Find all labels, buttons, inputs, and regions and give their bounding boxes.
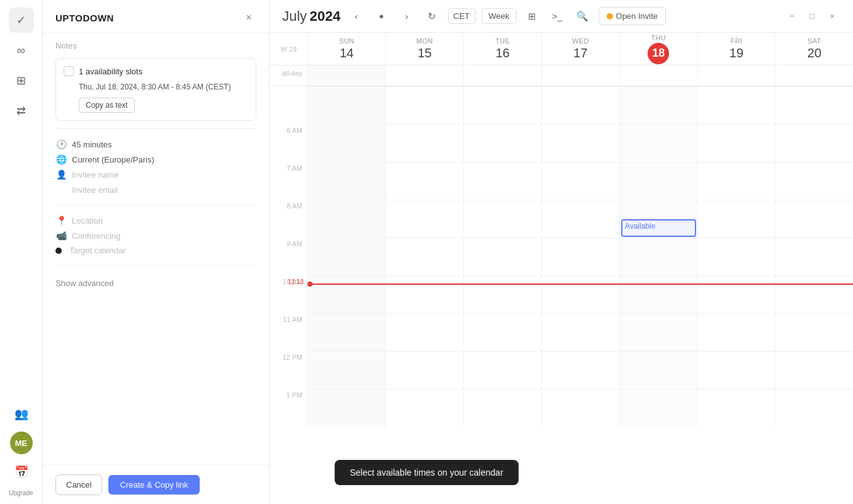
week-view-button[interactable]: Week [482, 8, 517, 24]
grid-cell-row6-col4[interactable] [619, 313, 697, 351]
grid-cell-row2-col5[interactable] [697, 162, 776, 200]
grid-cell-row2-col4[interactable] [619, 162, 697, 200]
grid-cell-row8-col4[interactable] [619, 389, 697, 427]
grid-view-button[interactable]: ⊞ [523, 7, 542, 26]
grid-cell-row0-col1[interactable] [386, 86, 464, 124]
grid-cell-row6-col1[interactable] [386, 313, 464, 351]
invitee-email-input[interactable] [72, 185, 256, 195]
grid-cell-row7-col4[interactable] [619, 351, 697, 389]
grid-cell-row1-col6[interactable] [775, 124, 853, 162]
grid-cell-row5-col4[interactable] [619, 275, 697, 313]
grid-cell-row4-col2[interactable] [463, 238, 541, 275]
timezone-badge[interactable]: CET [448, 8, 476, 24]
invitee-name-input[interactable] [72, 170, 256, 180]
grid-cell-row2-col1[interactable] [386, 162, 464, 200]
grid-cell-row0-col4[interactable] [619, 86, 697, 124]
grid-cell-row6-col3[interactable] [541, 313, 619, 351]
avatar[interactable]: ME [10, 432, 33, 454]
grid-cell-row8-col3[interactable] [541, 389, 619, 427]
grid-cell-row4-col6[interactable] [775, 238, 853, 275]
grid-cell-row8-col2[interactable] [463, 389, 541, 427]
grid-cell-row0-col3[interactable] [541, 86, 619, 124]
grid-cell-row8-col6[interactable] [775, 389, 853, 427]
grid-cell-row0-col5[interactable] [697, 86, 776, 124]
grid-cell-row5-col5[interactable] [697, 275, 776, 313]
invitee-email-row[interactable] [55, 182, 256, 197]
grid-cell-row2-col2[interactable] [463, 162, 541, 200]
grid-cell-row7-col5[interactable] [697, 351, 776, 389]
grid-cell-row0-col0[interactable] [307, 86, 386, 124]
grid-cell-row6-col5[interactable] [697, 313, 776, 351]
grid-cell-row1-col1[interactable] [386, 124, 464, 162]
allday-thu[interactable] [619, 66, 697, 86]
grid-cell-row6-col2[interactable] [463, 313, 541, 351]
grid-cell-row3-col5[interactable] [697, 200, 776, 238]
allday-sat[interactable] [775, 66, 853, 86]
available-event[interactable]: Available [621, 219, 696, 237]
minimize-button[interactable]: − [784, 8, 800, 25]
grid-cell-row1-col4[interactable] [619, 124, 697, 162]
grid-cell-row1-col3[interactable] [541, 124, 619, 162]
copy-as-text-button[interactable]: Copy as text [79, 98, 135, 113]
availability-checkbox[interactable] [64, 66, 74, 76]
grid-cell-row5-col0[interactable] [307, 275, 386, 313]
grid-cell-row3-col4[interactable]: Available [619, 200, 697, 238]
grid-cell-row3-col2[interactable] [463, 200, 541, 238]
grid-cell-row6-col0[interactable] [307, 313, 386, 351]
show-advanced-link[interactable]: Show advanced [55, 273, 114, 293]
grid-cell-row0-col2[interactable] [463, 86, 541, 124]
sidebar-item-people[interactable]: 👥 [9, 401, 34, 427]
sidebar-item-calendar[interactable]: ⊞ [9, 68, 34, 93]
grid-cell-row7-col1[interactable] [386, 351, 464, 389]
grid-cell-row4-col3[interactable] [541, 238, 619, 275]
grid-cell-row4-col1[interactable] [386, 238, 464, 275]
sidebar-item-calendar2[interactable]: 📅 [9, 459, 34, 484]
grid-cell-row8-col5[interactable] [697, 389, 776, 427]
grid-cell-row5-col2[interactable] [463, 275, 541, 313]
grid-cell-row4-col4[interactable] [619, 238, 697, 275]
grid-cell-row3-col0[interactable] [307, 200, 386, 238]
allday-fri[interactable] [697, 66, 776, 86]
window-close-button[interactable]: × [824, 8, 840, 25]
allday-mon[interactable] [386, 66, 464, 86]
create-copy-button[interactable]: Create & Copy link [108, 475, 199, 495]
grid-cell-row4-col5[interactable] [697, 238, 776, 275]
search-button[interactable]: 🔍 [573, 7, 592, 26]
grid-cell-row5-col6[interactable] [775, 275, 853, 313]
refresh-button[interactable]: ↻ [423, 7, 442, 26]
allday-wed[interactable] [541, 66, 619, 86]
prev-nav-button[interactable]: ‹ [347, 7, 366, 26]
grid-cell-row2-col6[interactable] [775, 162, 853, 200]
allday-tue[interactable] [463, 66, 541, 86]
grid-cell-row4-col0[interactable] [307, 238, 386, 275]
sidebar-item-check[interactable]: ✓ [9, 8, 34, 33]
cancel-button[interactable]: Cancel [55, 474, 102, 495]
grid-cell-row7-col2[interactable] [463, 351, 541, 389]
invitee-name-row[interactable]: 👤 [55, 167, 256, 182]
grid-cell-row3-col6[interactable] [775, 200, 853, 238]
grid-cell-row3-col1[interactable] [386, 200, 464, 238]
grid-cell-row7-col3[interactable] [541, 351, 619, 389]
grid-cell-row5-col1[interactable] [386, 275, 464, 313]
sidebar-item-shuffle[interactable]: ⇄ [9, 98, 34, 123]
sidebar-item-infinity[interactable]: ∞ [9, 38, 34, 63]
terminal-button[interactable]: >_ [548, 7, 567, 26]
grid-cell-row8-col0[interactable] [307, 389, 386, 427]
grid-cell-row6-col6[interactable] [775, 313, 853, 351]
open-invite-button[interactable]: Open Invite [598, 7, 667, 25]
grid-cell-row2-col3[interactable] [541, 162, 619, 200]
maximize-button[interactable]: □ [804, 8, 820, 25]
next-nav-button[interactable]: › [398, 7, 416, 26]
grid-cell-row1-col2[interactable] [463, 124, 541, 162]
grid-cell-row5-col3[interactable] [541, 275, 619, 313]
today-button[interactable]: ● [372, 7, 391, 26]
grid-cell-row2-col0[interactable] [307, 162, 386, 200]
grid-cell-row1-col0[interactable] [307, 124, 386, 162]
grid-cell-row7-col0[interactable] [307, 351, 386, 389]
grid-cell-row7-col6[interactable] [775, 351, 853, 389]
grid-cell-row0-col6[interactable] [775, 86, 853, 124]
grid-cell-row8-col1[interactable] [386, 389, 464, 427]
close-button[interactable]: × [241, 10, 256, 25]
grid-cell-row1-col5[interactable] [697, 124, 776, 162]
allday-sun[interactable] [307, 66, 386, 86]
